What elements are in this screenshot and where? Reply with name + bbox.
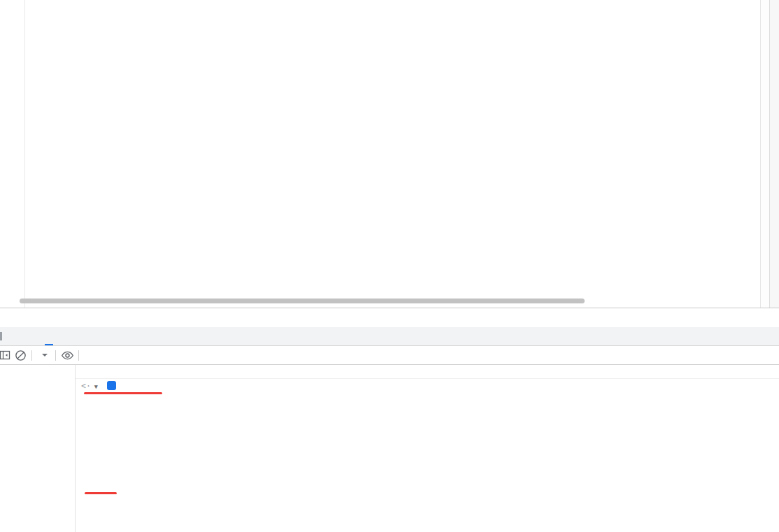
sources-editor-pane [0, 0, 779, 308]
pretty-print-icon[interactable] [0, 313, 8, 323]
info-badge-icon[interactable] [107, 381, 116, 390]
console-command-row[interactable] [76, 365, 779, 379]
drawer-menu-icon-clipped[interactable] [0, 332, 2, 340]
vertical-scrollbar[interactable] [760, 0, 770, 308]
console-toolbar [0, 346, 779, 365]
tab-issues[interactable] [71, 327, 80, 345]
horizontal-scrollbar-thumb[interactable] [20, 299, 585, 303]
editor-status-bar [0, 308, 779, 327]
console-panel: <·▼ [0, 365, 779, 532]
annotation-underline-data [85, 492, 117, 494]
console-sidebar-toggle-icon[interactable] [0, 347, 13, 363]
devtools-window: <·▼ [0, 0, 779, 532]
console-messages: <·▼ [76, 365, 779, 532]
tab-console[interactable] [45, 327, 53, 345]
scroll-marker-ruler [769, 0, 779, 308]
live-expression-eye-icon[interactable] [59, 347, 75, 363]
console-sidebar [0, 365, 76, 532]
console-result-row[interactable]: <·▼ [76, 380, 779, 392]
return-value-icon: <· [81, 381, 91, 391]
editor-gutter[interactable] [0, 0, 25, 308]
code-view[interactable] [25, 0, 761, 308]
tab-search[interactable] [18, 327, 27, 345]
drawer-tab-bar [0, 327, 779, 346]
chevron-down-icon[interactable] [42, 354, 48, 357]
clear-console-icon[interactable] [13, 347, 28, 363]
annotation-underline-url [84, 392, 162, 394]
expander-triangle-icon[interactable]: ▼ [94, 381, 103, 392]
